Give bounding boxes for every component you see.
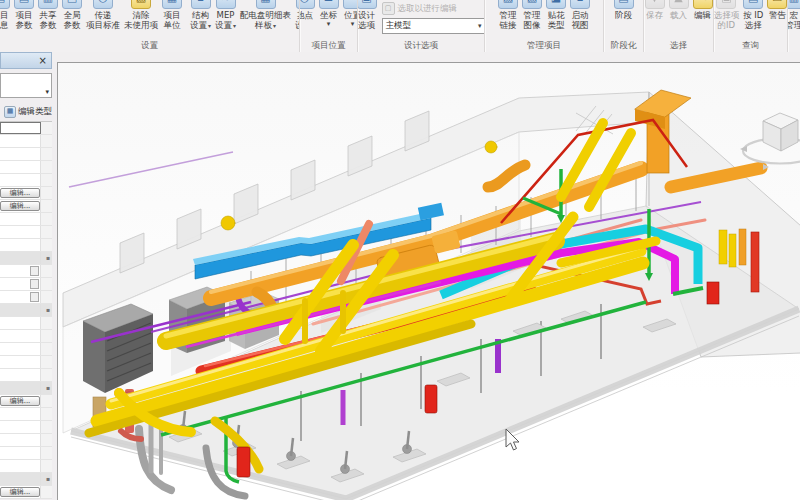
value-spinner[interactable] (30, 279, 39, 289)
property-row[interactable] (0, 265, 52, 278)
property-value-cell (0, 291, 41, 303)
property-value-cell[interactable]: 编辑... (0, 187, 41, 199)
ribbon-button-structural-settings[interactable]: ⌂结构设置▾ (188, 0, 213, 31)
ribbon-button-label: 清除 (133, 10, 150, 20)
mep-settings-icon: ≋ (216, 0, 236, 9)
ribbon-group-label-selection: 选择 (644, 40, 713, 52)
ribbon-button-label: 保存 (646, 10, 663, 20)
ribbon-button-transfer-project-standards[interactable]: ◎传递项目标准 (84, 0, 122, 30)
ribbon-button-coordinates[interactable]: ∠坐标▾ (317, 0, 341, 28)
location-icon: ◎ (300, 0, 315, 9)
ribbon-button-purge-unused[interactable]: ▧清除未使用项 (122, 0, 160, 30)
global-parameters-icon: ◳ (62, 0, 82, 9)
property-group-header[interactable]: ▪ (0, 473, 52, 486)
warnings-icon: ⚠ (767, 0, 787, 9)
property-row[interactable]: 编辑... (0, 187, 52, 200)
ribbon-button-project-units[interactable]: ▦项目单位 (160, 0, 184, 30)
type-selector[interactable]: ▾ (0, 73, 52, 98)
ribbon-button-label: 单位 (164, 20, 181, 30)
edit-selection-icon: ✎ (693, 0, 713, 9)
property-value-cell (0, 421, 41, 433)
ribbon-button-select-by-id[interactable]: ▤按 ID选择 (741, 0, 765, 30)
property-group-header[interactable]: ▪ (0, 304, 52, 317)
edit-button[interactable]: 编辑... (0, 396, 40, 406)
pick-to-edit-icon: ▢ (382, 2, 395, 15)
ribbon-button-global-parameters[interactable]: ◳全局参数 (60, 0, 84, 30)
ids-of-selection-icon: ▣ (716, 0, 736, 9)
ribbon-button-label: 管理 (524, 10, 541, 20)
edit-type-button[interactable]: ▦ 编辑类型 (0, 105, 52, 118)
ribbon-button-project-parameters[interactable]: ▤项目参数 (12, 0, 36, 30)
ribbon-button-design-options[interactable]: ▣设计选项 (358, 0, 379, 30)
edit-button[interactable]: 编辑... (0, 487, 40, 497)
ribbon-button-edit-selection[interactable]: ✎编辑 (691, 0, 715, 20)
property-row[interactable]: 编辑... (0, 486, 52, 499)
ribbon-group-label-design-options: 设计选项 (358, 40, 484, 52)
ribbon-button-warnings[interactable]: ⚠警告 (765, 0, 788, 20)
property-value-cell (0, 226, 41, 238)
ribbon-button-label: 项目 (164, 10, 181, 20)
ribbon-button-label: 参数 (16, 20, 33, 30)
property-value-cell[interactable]: 编辑... (0, 395, 41, 407)
property-value-cell[interactable] (0, 122, 41, 134)
pick-to-edit-option: ▢选取以进行编辑 (382, 2, 486, 15)
ribbon-button-ids-of-selection[interactable]: ▣选择项的ID (714, 0, 741, 30)
ribbon-button-decal-types[interactable]: ◪贴花类型 (544, 0, 568, 30)
ribbon-button-location[interactable]: ◎地点 (300, 0, 317, 20)
property-row[interactable] (0, 122, 52, 135)
property-value-cell (0, 239, 41, 251)
ribbon-button-manage-links[interactable]: ▨管理链接 (496, 0, 520, 30)
close-icon[interactable]: × (39, 56, 47, 66)
property-group-header[interactable]: ▪ (0, 252, 52, 265)
manage-links-icon: ▨ (498, 0, 518, 9)
property-group-header[interactable]: ▪ (0, 382, 52, 395)
property-row[interactable] (0, 291, 52, 304)
property-value-cell (0, 473, 41, 485)
ribbon-group-label-inquiry: 查询 (714, 40, 787, 52)
ribbon-button-macro-manager[interactable]: ▥宏管理 (788, 0, 800, 30)
property-row[interactable] (0, 278, 52, 291)
properties-titlebar[interactable]: × (0, 52, 52, 69)
edit-button[interactable]: 编辑... (0, 188, 40, 198)
property-value-cell[interactable]: 编辑... (0, 486, 41, 498)
ribbon-button-label: 管理 (500, 10, 517, 20)
value-spinner[interactable] (30, 292, 39, 302)
property-row (0, 369, 52, 382)
structural-settings-icon: ⌂ (191, 0, 211, 9)
view-cube[interactable] (740, 113, 800, 170)
ribbon-button-label: 样板▾ (255, 20, 276, 31)
chevron-down-icon: ▾ (45, 88, 49, 96)
property-row[interactable]: 编辑... (0, 200, 52, 213)
ribbon-button-project-info[interactable]: ▤项目信息 (0, 0, 12, 30)
ribbon-button-label: 设置▾ (190, 20, 211, 31)
property-value-cell (0, 447, 41, 459)
edit-button[interactable]: 编辑... (0, 201, 40, 211)
ribbon-button-phases[interactable]: ▤阶段 (612, 0, 636, 20)
3d-mep-model-view[interactable] (58, 63, 800, 500)
property-row (0, 239, 52, 252)
ribbon-button-panel-schedule-templates[interactable]: ▦配电盘明细表样板▾ (238, 0, 293, 31)
properties-palette: × ▾ ▦ 编辑类型 编辑...编辑...▪▪▪编辑...▪编辑... (0, 52, 52, 500)
value-spinner[interactable] (30, 266, 39, 276)
drawing-area[interactable] (57, 62, 800, 500)
options-bar (52, 52, 800, 62)
ribbon-button-save-selection[interactable]: ▼保存 (644, 0, 667, 20)
ribbon-button-additional-settings[interactable]: ⊛其他设置▾ (293, 0, 300, 31)
ribbon-button-shared-parameters[interactable]: ▥共享参数 (36, 0, 60, 30)
ribbon-button-mep-settings[interactable]: ≋MEP设置▾ (213, 0, 238, 31)
property-row (0, 148, 52, 161)
chevron-down-icon: ▾ (327, 20, 331, 28)
active-design-option-select[interactable]: 主模型▾ (382, 18, 486, 34)
ribbon-button-load-selection[interactable]: ▲载入 (667, 0, 691, 20)
row-strip (41, 447, 52, 459)
ribbon-button-label: 的ID (718, 20, 736, 30)
pick-to-edit-label: 选取以进行编辑 (398, 3, 458, 15)
ribbon-button-label: 选择 (745, 20, 762, 30)
ribbon-button-label: 启动 (572, 10, 589, 20)
ribbon-button-position[interactable]: ▱位置▾ (341, 0, 359, 28)
ribbon-button-starting-view[interactable]: ⌂启动视图 (568, 0, 592, 30)
row-strip: ▪ (41, 473, 52, 485)
property-row[interactable]: 编辑... (0, 395, 52, 408)
property-value-cell[interactable]: 编辑... (0, 200, 41, 212)
ribbon-button-manage-images[interactable]: ▧管理图像 (520, 0, 544, 30)
